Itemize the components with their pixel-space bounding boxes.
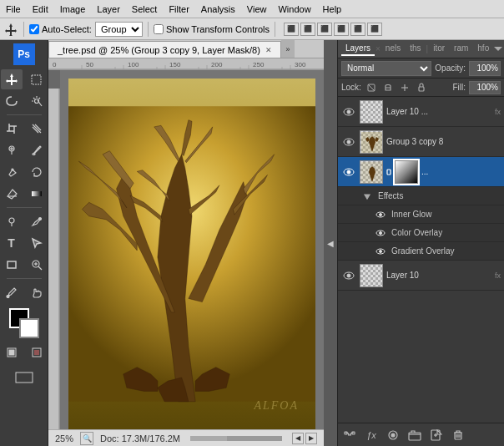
brush-tool[interactable]: [26, 140, 48, 160]
menu-filter[interactable]: Filter: [163, 3, 194, 16]
inner-glow-visibility[interactable]: [375, 209, 386, 220]
eyedropper-tool[interactable]: [1, 282, 23, 302]
align-right-icon[interactable]: ⬛: [317, 23, 332, 36]
blend-opacity-row: Normal Multiply Screen Overlay Opacity:: [338, 58, 504, 79]
menu-window[interactable]: Window: [272, 3, 316, 16]
lock-label: Lock:: [341, 83, 361, 92]
add-mask-icon[interactable]: [385, 427, 401, 443]
menu-file[interactable]: File: [0, 3, 27, 16]
panel-collapse-btn[interactable]: ◀: [324, 40, 337, 446]
move-tool-icon[interactable]: [3, 22, 18, 37]
lock-position-icon[interactable]: [398, 81, 411, 94]
show-transform-checkbox[interactable]: Show Transform Controls: [154, 24, 270, 34]
align-center-h-icon[interactable]: ⬛: [300, 23, 315, 36]
screen-mode-icon[interactable]: [9, 367, 39, 388]
gradient-overlay-visibility[interactable]: [375, 246, 386, 257]
tab-history[interactable]: itor: [429, 42, 449, 56]
move-tool[interactable]: [1, 69, 23, 89]
rectangle-tool[interactable]: [1, 255, 23, 275]
align-top-icon[interactable]: ⬛: [334, 23, 349, 36]
align-center-v-icon[interactable]: ⬛: [350, 23, 365, 36]
lasso-tool[interactable]: [1, 91, 23, 111]
menu-analysis[interactable]: Analysis: [195, 3, 241, 16]
crop-tool[interactable]: [1, 119, 23, 139]
effect-inner-glow[interactable]: Inner Glow: [338, 205, 504, 224]
new-group-icon[interactable]: [406, 427, 423, 443]
standard-mode[interactable]: [1, 342, 23, 362]
history-brush-tool[interactable]: [26, 162, 48, 182]
opacity-input[interactable]: [469, 61, 501, 76]
gradient-tool[interactable]: [26, 184, 48, 204]
screen-mode-row: [8, 367, 40, 388]
svg-point-29: [7, 296, 9, 298]
menu-select[interactable]: Select: [126, 3, 164, 16]
effect-color-overlay[interactable]: Color Overlay: [338, 224, 504, 242]
group3-copy-visibility[interactable]: [341, 165, 356, 180]
group3-copy8-visibility[interactable]: [341, 134, 356, 150]
slice-tool[interactable]: [26, 119, 48, 139]
canvas-tab-tree[interactable]: _tree.psd @ 25% (Group 3 copy 9, Layer M…: [48, 41, 281, 58]
quick-mask-mode[interactable]: [26, 342, 48, 362]
eraser-tool[interactable]: [1, 184, 23, 204]
layer-10-top-visibility[interactable]: [341, 104, 356, 119]
menu-help[interactable]: Help: [317, 3, 348, 16]
canvas-tab-close[interactable]: ✕: [265, 46, 272, 54]
svg-rect-81: [352, 432, 355, 434]
svg-rect-24: [8, 261, 16, 268]
hand-tool[interactable]: [26, 282, 48, 302]
layer-item-10-bottom[interactable]: Layer 10 fx: [338, 261, 504, 291]
auto-select-checkbox[interactable]: Auto-Select:: [29, 24, 92, 34]
tab-info[interactable]: hfo: [473, 42, 493, 56]
zoom-icon[interactable]: 🔍: [80, 432, 93, 445]
auto-select-dropdown[interactable]: Group Layer: [95, 22, 143, 37]
tab-layers[interactable]: Layers: [341, 42, 375, 56]
dodge-tool[interactable]: [1, 211, 23, 231]
menu-layer[interactable]: Layer: [91, 3, 126, 16]
canvas-content[interactable]: ALFOА: [60, 70, 324, 429]
menu-view[interactable]: View: [241, 3, 273, 16]
type-tool[interactable]: T: [1, 233, 23, 253]
scroll-right[interactable]: ▶: [305, 433, 317, 444]
panel-menu-icon[interactable]: [494, 44, 502, 54]
tab-paths[interactable]: ths: [406, 42, 425, 56]
pen-tool[interactable]: [26, 211, 48, 231]
layer-item-group3-copy-selected[interactable]: ...: [338, 157, 504, 187]
fill-input[interactable]: [469, 81, 501, 94]
selection-tool[interactable]: [26, 69, 48, 89]
zoom-tool[interactable]: [26, 255, 48, 275]
tab-channels[interactable]: nels: [381, 42, 405, 56]
color-overlay-visibility[interactable]: [375, 227, 386, 239]
effect-gradient-overlay[interactable]: Gradient Overlay: [338, 242, 504, 261]
menu-bar: File Edit Image Layer Select Filter Anal…: [0, 0, 504, 18]
layer-item-group3-copy8[interactable]: Group 3 copy 8: [338, 127, 504, 157]
layer-item-10-top[interactable]: Layer 10 ... fx: [338, 97, 504, 127]
healing-brush-tool[interactable]: [1, 140, 23, 160]
new-layer-icon[interactable]: [428, 427, 445, 443]
magic-wand-tool[interactable]: [26, 91, 48, 111]
layer-link-icon[interactable]: [385, 160, 393, 184]
tab-actions[interactable]: ram: [450, 42, 472, 56]
lock-image-icon[interactable]: [381, 81, 395, 94]
tool-row-crop: [0, 118, 48, 139]
delete-layer-icon[interactable]: [450, 427, 466, 443]
effects-header[interactable]: Effects: [338, 187, 504, 205]
link-layers-icon[interactable]: [341, 427, 358, 443]
menu-image[interactable]: Image: [54, 3, 92, 16]
menu-edit[interactable]: Edit: [27, 3, 54, 16]
scroll-arrows: ◀ ▶: [292, 433, 317, 444]
lock-all-icon[interactable]: [415, 81, 428, 94]
layer-10-bottom-visibility[interactable]: [341, 268, 356, 283]
tab-collapse[interactable]: »: [281, 40, 295, 58]
lock-transparent-icon[interactable]: [365, 81, 378, 94]
effects-expand-icon[interactable]: [361, 190, 373, 202]
background-color[interactable]: [19, 318, 39, 338]
layer-fx-icon[interactable]: ƒx: [363, 427, 380, 443]
align-left-icon[interactable]: ⬛: [284, 23, 299, 36]
scroll-left[interactable]: ◀: [292, 433, 304, 444]
path-selection-tool[interactable]: [26, 233, 48, 253]
scroll-bar-h[interactable]: [190, 436, 282, 441]
panel-bottom: ƒx: [338, 423, 504, 446]
align-bottom-icon[interactable]: ⬛: [367, 23, 382, 36]
blend-mode-select[interactable]: Normal Multiply Screen Overlay: [341, 61, 431, 76]
clone-stamp-tool[interactable]: [1, 162, 23, 182]
